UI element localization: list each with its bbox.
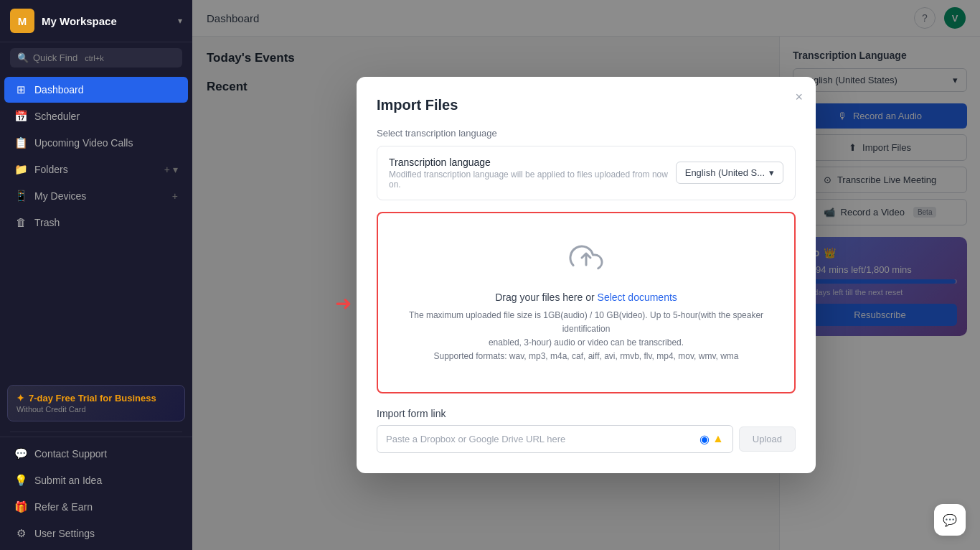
avatar: M [10, 9, 34, 33]
workspace-label: My Workspace [42, 15, 117, 27]
sidebar-item-refer-earn[interactable]: 🎁 Refer & Earn [4, 494, 188, 520]
trial-title-label: 7-day Free Trial for Business [29, 393, 156, 404]
sidebar-item-label: Refer & Earn [34, 501, 93, 513]
import-icons: ◉ ▲ [699, 432, 724, 446]
lang-row: Transcription language Modified transcri… [377, 146, 796, 200]
chat-button[interactable]: 💬 [934, 504, 966, 536]
select-documents-link[interactable]: Select documents [598, 292, 677, 303]
video-calls-icon: 📋 [14, 136, 27, 149]
dashboard-icon: ⊞ [14, 83, 27, 96]
sidebar-item-label: Scheduler [34, 111, 80, 122]
modal-section-label: Select transcription language [377, 128, 796, 139]
modal-title: Import Files [377, 97, 796, 113]
trash-icon: 🗑 [14, 216, 27, 228]
chevron-down-icon: ▾ [178, 16, 182, 26]
sidebar-nav: ⊞ Dashboard 📅 Scheduler 📋 Upcoming Video… [0, 73, 192, 379]
dropbox-icon: ◉ [699, 432, 710, 446]
refer-earn-icon: 🎁 [14, 500, 27, 513]
import-placeholder: Paste a Dropbox or Google Drive URL here [386, 434, 565, 444]
drop-info-line1: The maximum uploaded file size is 1GB(au… [392, 309, 780, 336]
sidebar-header: M My Workspace ▾ [0, 0, 192, 42]
sidebar-item-my-devices[interactable]: 📱 My Devices + [4, 183, 188, 209]
quick-find-label: Quick Find [33, 52, 77, 63]
modal-lang-value: English (United S... [685, 167, 765, 178]
quick-find-area[interactable]: 🔍 Quick Find ctrl+k [0, 42, 192, 73]
upload-button[interactable]: Upload [739, 427, 796, 452]
shortcut-label: ctrl+k [85, 54, 104, 62]
sidebar-item-label: Trash [34, 217, 60, 228]
lang-row-info: Transcription language Modified transcri… [389, 157, 676, 190]
sidebar-item-scheduler[interactable]: 📅 Scheduler [4, 103, 188, 129]
sidebar-item-upcoming-video-calls[interactable]: 📋 Upcoming Video Calls [4, 130, 188, 156]
sidebar-item-label: User Settings [34, 528, 95, 539]
trial-banner[interactable]: ✦ 7-day Free Trial for Business Without … [7, 385, 185, 421]
google-drive-icon: ▲ [712, 432, 724, 446]
sidebar-item-folders[interactable]: 📁 Folders + ▾ [4, 157, 188, 182]
lang-row-sub: Modified transcription language will be … [389, 169, 676, 190]
sidebar-item-dashboard[interactable]: ⊞ Dashboard [4, 77, 188, 103]
upload-cloud-icon [392, 242, 780, 283]
scheduler-icon: 📅 [14, 110, 27, 123]
chevron-down-icon: ▾ [769, 167, 774, 178]
drag-text: Drag your files here or [495, 292, 597, 303]
chevron-down-icon[interactable]: ▾ [173, 164, 178, 175]
lang-row-title: Transcription language [389, 157, 676, 168]
chat-icon: 💬 [943, 513, 957, 527]
drop-info-line3: Supported formats: wav, mp3, m4a, caf, a… [392, 350, 780, 363]
sidebar-item-label: Contact Support [34, 448, 107, 460]
drop-zone[interactable]: ➜ Drag your files here or Select documen… [377, 212, 796, 394]
sidebar-item-user-settings[interactable]: ⚙ User Settings [4, 521, 188, 546]
submit-idea-icon: 💡 [14, 474, 27, 487]
arrow-indicator: ➜ [335, 291, 352, 314]
sidebar-item-contact-support[interactable]: 💬 Contact Support [4, 441, 188, 467]
sidebar-item-label: Dashboard [34, 84, 84, 95]
import-link-row: Paste a Dropbox or Google Drive URL here… [377, 425, 796, 453]
star-icon: ✦ [17, 393, 24, 404]
trial-sub-label: Without Credit Card [17, 405, 176, 414]
add-folder-icon[interactable]: + [164, 164, 170, 175]
sidebar-item-trash[interactable]: 🗑 Trash [4, 210, 188, 235]
sidebar-item-label: Submit an Idea [34, 475, 102, 486]
add-device-icon[interactable]: + [172, 190, 178, 202]
search-icon: 🔍 [17, 52, 29, 63]
contact-support-icon: 💬 [14, 447, 27, 460]
sidebar-item-submit-idea[interactable]: 💡 Submit an Idea [4, 467, 188, 493]
import-files-modal: Import Files × Select transcription lang… [357, 77, 816, 474]
user-settings-icon: ⚙ [14, 527, 27, 540]
modal-overlay[interactable]: Import Files × Select transcription lang… [192, 0, 980, 550]
sidebar: M My Workspace ▾ 🔍 Quick Find ctrl+k ⊞ D… [0, 0, 192, 550]
modal-close-button[interactable]: × [795, 90, 803, 105]
sidebar-item-label: Upcoming Video Calls [34, 137, 133, 149]
drop-text: Drag your files here or Select documents [392, 292, 780, 303]
sidebar-item-label: Folders [34, 164, 68, 175]
import-url-input[interactable]: Paste a Dropbox or Google Drive URL here… [377, 425, 733, 453]
devices-icon: 📱 [14, 190, 27, 202]
sidebar-item-label: My Devices [34, 190, 86, 202]
folders-icon: 📁 [14, 163, 27, 176]
import-link-label: Import form link [377, 408, 796, 419]
main-area: Dashboard ? V Today's Events Recent No r… [192, 0, 980, 550]
sidebar-divider [10, 432, 182, 432]
sidebar-bottom: 💬 Contact Support 💡 Submit an Idea 🎁 Ref… [0, 437, 192, 550]
modal-lang-dropdown[interactable]: English (United S... ▾ [676, 162, 783, 184]
drop-info-line2: enabled, 3-hour) audio or video can be t… [392, 336, 780, 350]
